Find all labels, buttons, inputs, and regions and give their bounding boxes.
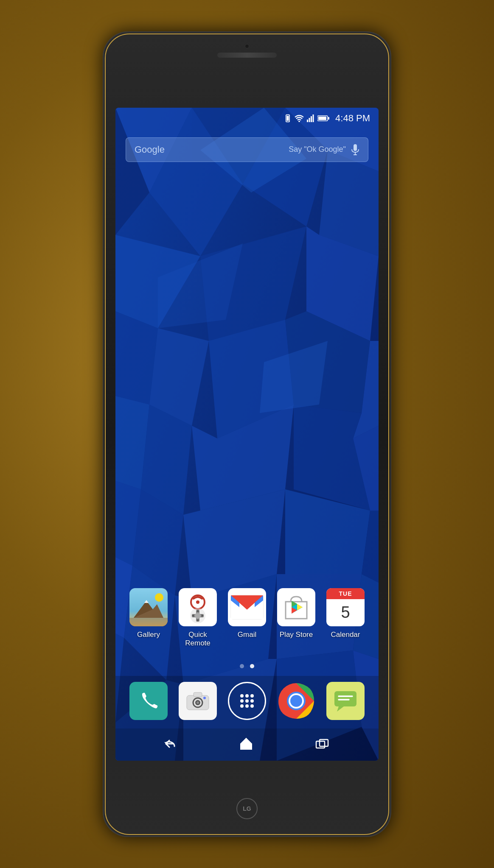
microphone-icon[interactable] [351, 144, 359, 156]
quick-remote-app-icon[interactable] [179, 588, 217, 626]
lg-logo: LG [236, 798, 258, 819]
svg-rect-47 [318, 117, 326, 120]
calendar-day-label: TUE [326, 588, 365, 599]
svg-rect-111 [320, 740, 328, 746]
svg-point-90 [245, 694, 249, 698]
svg-rect-87 [194, 692, 202, 697]
svg-point-41 [298, 120, 300, 122]
svg-point-86 [196, 701, 199, 704]
apps-grid: Gallery [115, 588, 379, 648]
page-indicator [115, 664, 379, 668]
calendar-label: Calendar [331, 631, 360, 639]
page-dot-1[interactable] [240, 664, 244, 668]
search-bar[interactable]: Google Say "Ok Google" [126, 137, 368, 162]
wifi-icon [295, 114, 304, 122]
svg-point-91 [250, 694, 254, 698]
screen-content: 4:48 PM Google Say "Ok Google" [115, 108, 379, 761]
dock-messaging[interactable] [326, 682, 365, 720]
phone-call-app-icon[interactable] [129, 682, 168, 720]
play-store-label: Play Store [280, 631, 313, 639]
phone-bottom: LG [236, 798, 258, 819]
svg-rect-110 [316, 741, 325, 748]
gallery-app-icon[interactable] [129, 588, 168, 626]
quick-remote-label: Quick Remote [185, 631, 211, 648]
phone-device: 4:48 PM Google Say "Ok Google" [103, 31, 391, 837]
nav-home-button[interactable] [239, 736, 254, 753]
svg-rect-49 [354, 144, 357, 151]
nav-recent-button[interactable] [314, 738, 331, 751]
status-bar: 4:48 PM [115, 108, 379, 126]
svg-point-96 [245, 704, 249, 708]
svg-point-95 [240, 704, 244, 708]
dock [115, 676, 379, 728]
dock-camera[interactable] [179, 682, 217, 720]
dock-chrome[interactable] [277, 682, 315, 720]
battery-icon [317, 115, 329, 122]
messaging-app-icon[interactable] [326, 682, 365, 720]
nav-bar [115, 728, 379, 761]
svg-rect-48 [328, 117, 329, 120]
svg-rect-102 [334, 691, 356, 706]
app-calendar[interactable]: TUE 5 Calendar [322, 588, 369, 648]
svg-rect-40 [287, 116, 289, 121]
page-dot-2[interactable] [250, 664, 254, 668]
signal-icon [306, 114, 315, 122]
phone-screen: 4:48 PM Google Say "Ok Google" [115, 108, 379, 761]
search-bar-container[interactable]: Google Say "Ok Google" [115, 131, 379, 169]
status-time: 4:48 PM [335, 113, 370, 124]
svg-point-97 [250, 704, 254, 708]
svg-rect-45 [313, 114, 314, 122]
calendar-day-num: 5 [326, 599, 365, 626]
app-gmail[interactable]: Gmail [224, 588, 270, 648]
calendar-app-icon[interactable]: TUE 5 [326, 588, 365, 626]
svg-rect-57 [129, 618, 168, 626]
camera-app-icon[interactable] [179, 682, 217, 720]
svg-marker-82 [297, 604, 303, 610]
svg-point-59 [196, 600, 199, 604]
play-store-app-icon[interactable] [277, 588, 315, 626]
app-quick-remote[interactable]: Quick Remote [174, 588, 221, 648]
svg-marker-109 [240, 738, 252, 744]
svg-marker-105 [337, 706, 344, 712]
svg-rect-42 [307, 120, 308, 122]
svg-point-101 [290, 695, 302, 707]
svg-point-94 [250, 699, 254, 703]
voice-prompt-text[interactable]: Say "Ok Google" [289, 145, 346, 154]
front-camera [245, 44, 249, 48]
vibrate-icon [283, 114, 292, 123]
gallery-label: Gallery [137, 631, 160, 639]
speaker-grille [217, 53, 277, 58]
nav-back-button[interactable] [163, 736, 178, 753]
dock-apps-drawer[interactable] [228, 682, 266, 720]
chrome-app-icon[interactable] [277, 682, 315, 720]
svg-rect-43 [309, 118, 310, 122]
dock-phone[interactable] [129, 682, 168, 720]
apps-drawer-icon[interactable] [228, 682, 266, 720]
svg-point-89 [240, 694, 244, 698]
search-voice-area[interactable]: Say "Ok Google" [289, 144, 359, 156]
phone-top-bar [104, 44, 390, 58]
svg-point-63 [195, 613, 201, 619]
gmail-label: Gmail [238, 631, 256, 639]
svg-point-88 [203, 697, 206, 699]
svg-point-93 [245, 699, 249, 703]
svg-point-56 [155, 593, 163, 602]
google-logo-text[interactable]: Google [135, 144, 165, 155]
app-play-store[interactable]: Play Store [273, 588, 320, 648]
app-gallery[interactable]: Gallery [125, 588, 172, 648]
gmail-app-icon[interactable] [228, 588, 266, 626]
svg-rect-108 [243, 744, 250, 750]
status-icons [283, 114, 329, 123]
svg-rect-44 [311, 116, 312, 122]
svg-point-92 [240, 699, 244, 703]
